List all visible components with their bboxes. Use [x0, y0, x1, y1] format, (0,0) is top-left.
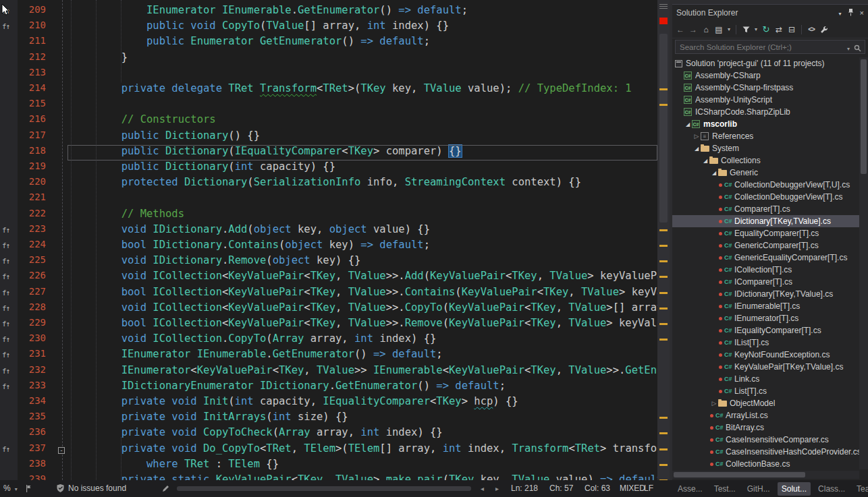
code-token[interactable]	[360, 176, 367, 188]
code-token[interactable]: <	[304, 317, 310, 329]
code-token[interactable]	[146, 317, 153, 329]
code-token[interactable]: <	[190, 364, 196, 376]
status-char[interactable]: Ch: 57	[549, 484, 573, 493]
tree-item[interactable]: C#List[T].cs	[672, 385, 859, 397]
code-token[interactable]: () {}	[228, 129, 260, 142]
code-token[interactable]: ,	[342, 332, 354, 345]
code-token[interactable]: (	[260, 20, 266, 32]
code-token[interactable]: TKey	[310, 270, 335, 282]
code-token[interactable]: <	[430, 395, 436, 407]
code-token[interactable]: Transform	[260, 82, 317, 94]
code-token[interactable]: key	[481, 473, 499, 480]
code-token[interactable]	[146, 286, 153, 298]
code-token[interactable]: GetEnumerator	[625, 364, 657, 376]
code-token[interactable]: ,	[304, 364, 317, 376]
tree-item[interactable]: C#GenericEqualityComparer[T].cs	[672, 252, 859, 264]
code-token[interactable]: >>.	[386, 317, 405, 329]
code-token[interactable]	[146, 301, 153, 314]
tool-window-tab[interactable]: Asse...	[674, 482, 707, 496]
code-token[interactable]: ) {}	[310, 160, 335, 173]
line-number[interactable]: 211	[18, 35, 53, 51]
code-token[interactable]: <	[443, 364, 449, 376]
outline-margin[interactable]: -	[53, 0, 67, 480]
code-token[interactable]: ,	[335, 301, 348, 314]
code-token[interactable]: int	[360, 426, 379, 438]
code-token[interactable]: CopyTo	[228, 332, 266, 345]
toolbar-caret-icon[interactable]: ▾	[753, 24, 759, 35]
code-token[interactable]: (	[228, 395, 234, 407]
code-token[interactable]: ,	[335, 317, 348, 329]
code-token[interactable]: context	[512, 176, 555, 188]
code-token[interactable]: private	[121, 411, 165, 423]
code-token[interactable]: KeyValuePair	[462, 286, 537, 298]
method-glyph-icon[interactable]: f↑	[2, 257, 9, 266]
code-line[interactable]: where TRet : TElem {}	[67, 458, 657, 473]
code-token[interactable]: KeyValuePair	[228, 270, 304, 282]
code-token[interactable]: key	[392, 82, 411, 94]
code-line[interactable]	[67, 192, 657, 207]
line-number[interactable]: 221	[18, 192, 53, 207]
fold-collapse-icon[interactable]: -	[58, 447, 65, 454]
code-token[interactable]: IDictionary	[153, 223, 222, 235]
code-token[interactable]: (	[443, 301, 449, 314]
scroll-right-icon[interactable]: ▸	[495, 485, 499, 492]
code-token[interactable]: // Methods	[121, 208, 184, 220]
code-token[interactable]: void	[171, 411, 196, 423]
tree-item[interactable]: C#IEnumerable[T].cs	[672, 300, 859, 312]
code-token[interactable]	[159, 145, 165, 157]
code-token[interactable]: TValue	[581, 286, 619, 298]
code-token[interactable]: keyValuePair	[619, 317, 657, 329]
code-token[interactable]: key	[317, 254, 335, 266]
line-number[interactable]: 233	[18, 380, 53, 395]
code-token[interactable]: <	[222, 301, 228, 314]
code-editor[interactable]: f↑f↑f↑f↑f↑f↑f↑f↑f↑f↑f↑f↑f↑f↑ 20921021121…	[0, 0, 670, 480]
code-token[interactable]: TValue	[335, 473, 373, 480]
code-token[interactable]: .	[222, 239, 228, 251]
code-token[interactable]: TValue	[266, 20, 304, 32]
code-token[interactable]: CopyTo	[405, 301, 443, 314]
code-token[interactable]: GetEnumerator	[335, 380, 417, 392]
tree-item[interactable]: C#ICollection[T].cs	[672, 264, 859, 276]
code-token[interactable]: TElem	[228, 458, 260, 470]
code-token[interactable]: Dictionary	[165, 160, 228, 173]
code-token[interactable]: ,	[556, 364, 569, 376]
code-token[interactable]: >[]	[606, 301, 631, 314]
code-token[interactable]: TValue	[317, 364, 354, 376]
code-token[interactable]: ;	[424, 239, 430, 251]
code-token[interactable]: int	[235, 395, 254, 407]
code-token[interactable]: ,	[335, 286, 348, 298]
tree-item[interactable]: C#CollectionDebuggerView[T,U].cs	[672, 179, 859, 191]
code-token[interactable]: TKey	[531, 364, 555, 376]
code-token[interactable]: TKey	[543, 286, 568, 298]
scrollbar-change-mark[interactable]	[659, 323, 668, 325]
code-token[interactable]: KeyValuePair	[216, 473, 292, 480]
code-token[interactable]: TValue	[568, 301, 606, 314]
code-token[interactable]: KeyValuePair	[228, 317, 304, 329]
scrollbar-change-mark[interactable]	[659, 464, 668, 466]
code-token[interactable]: public	[121, 145, 159, 157]
code-line[interactable]: bool ICollection<KeyValuePair<TKey, TVal…	[67, 286, 657, 301]
code-token[interactable]: default	[379, 239, 423, 251]
code-token[interactable]: Remove	[228, 254, 266, 266]
code-line[interactable]: void IDictionary.Remove(object key) {}	[67, 254, 657, 270]
toolbar-forward-icon[interactable]: →	[688, 24, 699, 35]
code-token[interactable]	[178, 176, 184, 188]
scrollbar-change-mark[interactable]	[659, 432, 668, 434]
code-token[interactable]: value	[556, 473, 588, 480]
line-number[interactable]: 218	[18, 145, 53, 160]
code-token[interactable]: =>	[360, 35, 373, 47]
tree-item[interactable]: C#ArrayList.cs	[672, 409, 859, 421]
code-token[interactable]: >>.	[386, 286, 405, 298]
code-token[interactable]	[292, 411, 298, 423]
code-line[interactable]: public Enumerator GetEnumerator() => def…	[67, 35, 657, 51]
code-token[interactable]: int	[273, 411, 292, 423]
code-token[interactable]: Add	[228, 223, 247, 235]
code-token[interactable]: =>	[373, 348, 386, 360]
code-token[interactable]: Transform	[512, 442, 568, 455]
code-token[interactable]: CopyToCheck	[203, 426, 273, 438]
code-token[interactable]	[146, 270, 153, 282]
code-token[interactable]: Contains	[228, 239, 279, 251]
code-token[interactable]: keyValuePair	[632, 286, 657, 298]
code-token[interactable]: array	[317, 426, 348, 438]
code-line[interactable]: }	[67, 51, 657, 67]
